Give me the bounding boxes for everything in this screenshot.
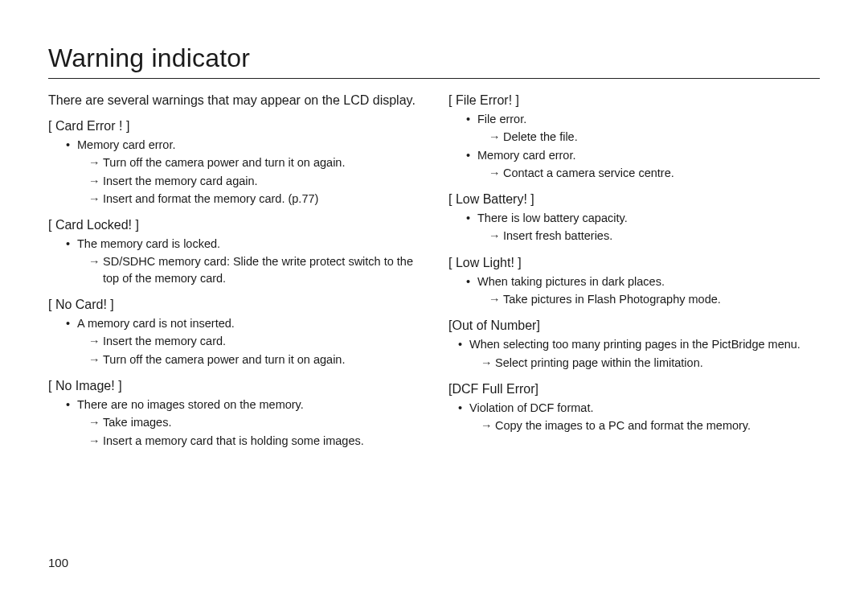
page-number: 100 [48, 556, 68, 569]
bullet-text: Violation of DCF format. [469, 401, 593, 414]
arrow-list: Copy the images to a PC and format the m… [481, 417, 820, 434]
bullet-text: Memory card error. [77, 138, 175, 151]
arrow-list: Select printing page within the limitati… [481, 355, 820, 371]
arrow-list: Turn off the camera power and turn it on… [88, 154, 420, 207]
bullet-text: File error. [477, 113, 526, 125]
arrow-item: Turn off the camera power and turn it on… [88, 351, 420, 368]
left-column: There are several warnings that may appe… [48, 88, 420, 450]
bullet-text: There is low battery capacity. [477, 212, 628, 224]
title-rule [48, 78, 820, 79]
arrow-item: Take images. [88, 414, 420, 430]
arrow-item: Take pictures in Flash Photography mode. [489, 291, 820, 307]
arrow-item: Insert the memory card. [88, 333, 420, 349]
right-column: [ File Error! ] File error. Delete the f… [448, 88, 820, 450]
bullet-text: The memory card is locked. [77, 237, 220, 250]
bullet-text: Memory card error. [477, 149, 575, 162]
bullet-list: A memory card is not inserted. Insert th… [66, 315, 420, 368]
bullet-list: Memory card error. Turn off the camera p… [66, 137, 420, 207]
arrow-list: Delete the file. [489, 129, 820, 145]
arrow-item: Insert and format the memory card. (p.77… [88, 191, 420, 207]
arrow-item: Insert a memory card that is holding som… [88, 433, 420, 449]
bullet-list: File error. Delete the file. Memory card… [466, 111, 820, 181]
intro-text: There are several warnings that may appe… [48, 93, 420, 108]
section-heading: [ Card Error ! ] [48, 119, 420, 134]
bullet-text: When taking pictures in dark places. [477, 275, 665, 288]
page-title: Warning indicator [48, 43, 820, 75]
arrow-item: Select printing page within the limitati… [481, 355, 820, 371]
bullet-list: When taking pictures in dark places. Tak… [466, 273, 820, 308]
arrow-item: Contact a camera service centre. [489, 165, 820, 181]
arrow-item: SD/SDHC memory card: Slide the write pro… [88, 253, 420, 286]
arrow-item: Turn off the camera power and turn it on… [88, 154, 420, 171]
arrow-list: Take pictures in Flash Photography mode. [489, 291, 820, 307]
bullet-item: There are no images stored on the memory… [66, 397, 420, 449]
bullet-item: File error. Delete the file. [466, 111, 820, 146]
bullet-list: The memory card is locked. SD/SDHC memor… [66, 236, 420, 286]
bullet-item: There is low battery capacity. Insert fr… [466, 210, 820, 245]
bullet-item: The memory card is locked. SD/SDHC memor… [66, 236, 420, 286]
arrow-list: SD/SDHC memory card: Slide the write pro… [88, 253, 420, 286]
section-heading: [Out of Number] [448, 318, 820, 333]
bullet-list: When selecting too many printing pages i… [458, 336, 820, 371]
bullet-item: When taking pictures in dark places. Tak… [466, 273, 820, 308]
arrow-item: Insert fresh batteries. [489, 228, 820, 244]
bullet-item: Memory card error. Contact a camera serv… [466, 147, 820, 182]
section-heading: [DCF Full Error] [448, 382, 820, 397]
bullet-list: There are no images stored on the memory… [66, 397, 420, 449]
bullet-text: There are no images stored on the memory… [77, 398, 304, 411]
bullet-item: Violation of DCF format. Copy the images… [458, 400, 820, 434]
bullet-item: A memory card is not inserted. Insert th… [66, 315, 420, 368]
section-heading: [ No Card! ] [48, 298, 420, 312]
bullet-text: When selecting too many printing pages i… [469, 338, 800, 351]
arrow-list: Insert the memory card. Turn off the cam… [88, 333, 420, 368]
arrow-item: Insert the memory card again. [88, 173, 420, 189]
arrow-list: Insert fresh batteries. [489, 228, 820, 244]
arrow-item: Delete the file. [489, 129, 820, 145]
section-heading: [ No Image! ] [48, 379, 420, 393]
manual-page: Warning indicator There are several warn… [0, 0, 868, 600]
section-heading: [ Card Locked! ] [48, 218, 420, 232]
content-columns: There are several warnings that may appe… [48, 88, 820, 450]
bullet-list: There is low battery capacity. Insert fr… [466, 210, 820, 245]
arrow-item: Copy the images to a PC and format the m… [481, 417, 820, 434]
bullet-list: Violation of DCF format. Copy the images… [458, 400, 820, 434]
section-heading: [ Low Battery! ] [448, 192, 820, 207]
arrow-list: Contact a camera service centre. [489, 165, 820, 181]
section-heading: [ Low Light! ] [448, 256, 820, 270]
bullet-item: Memory card error. Turn off the camera p… [66, 137, 420, 207]
section-heading: [ File Error! ] [448, 93, 820, 108]
bullet-item: When selecting too many printing pages i… [458, 336, 820, 371]
arrow-list: Take images. Insert a memory card that i… [88, 414, 420, 449]
bullet-text: A memory card is not inserted. [77, 317, 235, 330]
